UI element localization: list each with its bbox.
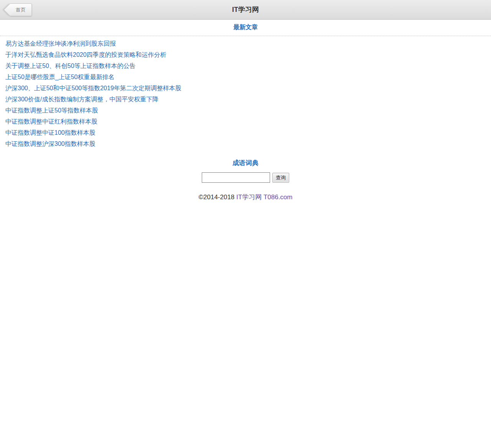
idiom-search-form: 查询 <box>0 172 491 183</box>
article-link[interactable]: 上证50是哪些股票_上证50权重最新排名 <box>5 74 115 80</box>
article-list-item: 中证指数调整上证50等指数样本股 <box>5 105 491 116</box>
copyright-text: ©2014-2018 <box>199 193 235 201</box>
article-list-item: 中证指数调整沪深300指数样本股 <box>5 138 491 149</box>
article-link[interactable]: 中证指数调整中证100指数样本股 <box>5 129 96 136</box>
article-list-item: 上证50是哪些股票_上证50权重最新排名 <box>5 71 491 83</box>
article-link[interactable]: 沪深300、上证50和中证500等指数2019年第二次定期调整样本股 <box>5 85 181 91</box>
article-link[interactable]: 中证指数调整上证50等指数样本股 <box>5 107 98 114</box>
article-list-item: 沪深300、上证50和中证500等指数2019年第二次定期调整样本股 <box>5 83 491 94</box>
site-home-link[interactable]: IT学习网 T086.com <box>236 193 292 201</box>
article-list-item: 易方达基金经理张坤谈净利润到股东回报 <box>5 38 491 49</box>
article-list-item: 中证指数调整中证红利指数样本股 <box>5 116 491 127</box>
idiom-search-input[interactable] <box>202 172 270 183</box>
page-footer: ©2014-2018 IT学习网 T086.com <box>0 193 491 202</box>
article-list-item: 沪深300价值/成长指数编制方案调整，中国平安权重下降 <box>5 94 491 105</box>
article-link[interactable]: 易方达基金经理张坤谈净利润到股东回报 <box>5 40 116 47</box>
article-link[interactable]: 于洋对天弘甄选食品饮料2020四季度的投资策略和运作分析 <box>5 51 166 58</box>
article-list-item: 关于调整上证50、科创50等上证指数样本的公告 <box>5 60 491 71</box>
article-list: 易方达基金经理张坤谈净利润到股东回报于洋对天弘甄选食品饮料2020四季度的投资策… <box>0 36 491 151</box>
idiom-dictionary-heading: 成语词典 <box>0 159 491 167</box>
article-link[interactable]: 中证指数调整中证红利指数样本股 <box>5 118 97 125</box>
latest-articles-heading: 最新文章 <box>0 20 491 36</box>
home-back-button[interactable]: 首页 <box>4 3 32 16</box>
idiom-search-button[interactable]: 查询 <box>272 173 289 183</box>
article-link[interactable]: 关于调整上证50、科创50等上证指数样本的公告 <box>5 63 136 69</box>
article-link[interactable]: 中证指数调整沪深300指数样本股 <box>5 141 96 147</box>
app-header: 首页 IT学习网 <box>0 0 491 20</box>
article-list-item: 于洋对天弘甄选食品饮料2020四季度的投资策略和运作分析 <box>5 49 491 60</box>
article-list-item: 中证指数调整中证100指数样本股 <box>5 127 491 138</box>
article-link[interactable]: 沪深300价值/成长指数编制方案调整，中国平安权重下降 <box>5 96 158 102</box>
idiom-dictionary-section: 成语词典 查询 <box>0 159 491 183</box>
page-title: IT学习网 <box>0 0 491 20</box>
latest-articles-section: 最新文章 易方达基金经理张坤谈净利润到股东回报于洋对天弘甄选食品饮料2020四季… <box>0 20 491 151</box>
